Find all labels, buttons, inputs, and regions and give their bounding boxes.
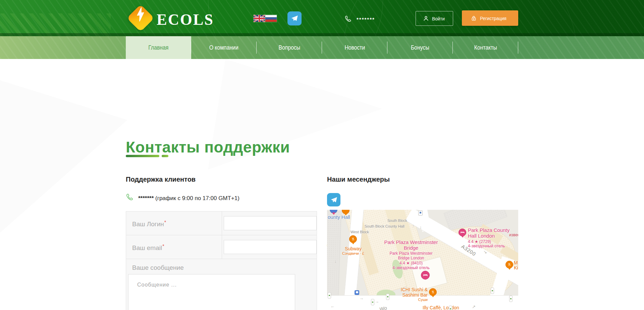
uk-flag-icon[interactable]: [254, 15, 265, 22]
office-location-map[interactable]: ounty Hall South Block South Block Count…: [327, 210, 518, 310]
title-underline-dash: [162, 155, 168, 157]
map-label-pp-county-hall-type: 4-звездочный отель: [468, 244, 505, 248]
map-arrow-icon: ↑: [412, 223, 415, 228]
traffic-light-icon: [449, 306, 452, 310]
register-button[interactable]: Регистрация: [462, 10, 518, 26]
map-label-pp-westminster[interactable]: Park Plaza Westminster Bridge: [380, 239, 442, 251]
nav-tab-news[interactable]: Новости: [322, 36, 387, 59]
support-phone-line: ******* (график с 9:00 по 17:00 GMT+1): [138, 195, 239, 202]
header-phone-number: *******: [357, 16, 375, 22]
lightning-bolt-icon: [135, 7, 146, 22]
map-label-pp-county-hall-rating: 4.4 ★ (2729): [468, 239, 491, 244]
lock-icon: [471, 15, 477, 21]
login-input[interactable]: [224, 216, 317, 230]
nav-tab-contacts[interactable]: Контакты: [453, 36, 518, 59]
map-label-subway-sub: Сэндвичи · £: [336, 251, 370, 255]
telegram-messenger-button[interactable]: [327, 193, 340, 206]
nav-tab-home[interactable]: Главная: [126, 36, 191, 59]
message-label: Ваше сообщение: [132, 264, 184, 271]
header: ECOLS ******* Войти Регистрация: [0, 0, 644, 36]
map-rail-icon: [418, 210, 423, 215]
map-arrow-icon: ←: [330, 304, 335, 309]
map-label-m-kitchen-1: M: [514, 260, 518, 265]
map-label-right-partial: извес: [509, 233, 518, 237]
email-label-cell: Ваш email*: [126, 235, 222, 259]
brand-logo-text[interactable]: ECOLS: [157, 11, 214, 28]
map-label-pp-county-hall[interactable]: Park Plaza County Hall London: [468, 227, 512, 239]
user-icon: [423, 15, 429, 22]
map-arrow-icon: →: [375, 299, 379, 304]
map-label-south-block-county-hall: South Block County Hall: [365, 224, 405, 228]
main-navigation: Главная О компании Вопросы Новости Бонус…: [0, 36, 644, 59]
traffic-light-icon: [371, 299, 374, 305]
traffic-light-icon: [386, 294, 389, 300]
form-row-login: Ваш Логин*: [126, 211, 317, 235]
nav-tab-about[interactable]: О компании: [191, 36, 257, 59]
map-pin-ichi[interactable]: [429, 288, 437, 296]
email-label: Ваш email*: [132, 243, 164, 252]
page-title: Контакты поддержки: [126, 138, 290, 156]
map-label-pp-westminster-sub: Park Plaza Westminster Bridge London: [383, 251, 439, 261]
map-arrow-icon: ↓: [334, 259, 337, 264]
support-phone-value: *******: [138, 195, 154, 201]
map-bus-stop-icon[interactable]: [355, 290, 359, 295]
email-input[interactable]: [224, 240, 317, 254]
map-arrow-icon: ↓: [420, 225, 422, 230]
feedback-form: Ваш Логин* Ваш email* Ваше сообщение: [126, 211, 317, 310]
map-pin-pp-county-hall[interactable]: [459, 229, 466, 236]
map-pin-m-kitchen[interactable]: [505, 261, 513, 268]
map-label-ichi-sub: Суши: [391, 298, 428, 302]
required-mark: *: [164, 220, 166, 225]
telegram-plane-icon: [290, 14, 299, 23]
page-content: Контакты поддержки Поддержка клиентов На…: [0, 59, 644, 310]
ru-flag-icon[interactable]: [265, 15, 277, 22]
traffic-light-icon: [509, 296, 513, 302]
support-heading: Поддержка клиентов: [126, 176, 196, 183]
decor-polygon: [0, 66, 127, 247]
decor-shade: [0, 0, 644, 36]
map-label-pp-westminster-rating: 4.4 ★ (8410): [383, 261, 439, 265]
form-row-email: Ваш email*: [126, 235, 317, 259]
support-phone-note: (график с 9:00 по 17:00 GMT+1): [154, 195, 239, 201]
map-label-m-kitchen-2: Ki: [514, 265, 518, 270]
login-button[interactable]: Войти: [416, 11, 453, 26]
map-arrow-icon: →: [359, 296, 364, 301]
login-label: Ваш Логин*: [132, 220, 166, 228]
nav-tab-questions[interactable]: Вопросы: [257, 36, 322, 59]
map-arrow-icon: ↘: [483, 249, 487, 254]
map-label-west-block: West Block: [351, 230, 369, 234]
login-label-cell: Ваш Логин*: [126, 211, 222, 235]
message-textarea[interactable]: [128, 274, 295, 310]
traffic-light-icon: [491, 288, 494, 294]
telegram-button[interactable]: [287, 11, 302, 25]
map-pin-subway[interactable]: [349, 235, 357, 243]
map-pin-pp-westminster[interactable]: [421, 271, 430, 280]
telegram-plane-icon: [330, 196, 338, 204]
title-underline: [126, 155, 159, 157]
nav-tab-bonuses[interactable]: Бонусы: [387, 36, 453, 59]
register-button-label: Регистрация: [480, 15, 506, 21]
traffic-light-icon: [328, 292, 331, 299]
map-label-pp-westminster-type: 4-звездочный отель: [383, 265, 439, 270]
messengers-heading: Наши месенджеры: [327, 176, 390, 183]
phone-icon: [344, 15, 353, 23]
map-label-south-block: South Block: [387, 219, 407, 223]
required-mark: *: [162, 243, 164, 249]
map-arrow-icon: ↗: [472, 304, 476, 309]
map-label-ichi[interactable]: ICHI Sushi & Sashimi Bar: [391, 287, 428, 298]
phone-outline-icon: [126, 193, 135, 203]
map-label-illy[interactable]: Illy Caffè, London: [423, 305, 459, 310]
map-label-subway[interactable]: Subway: [336, 246, 370, 251]
login-button-label: Войти: [432, 16, 445, 21]
